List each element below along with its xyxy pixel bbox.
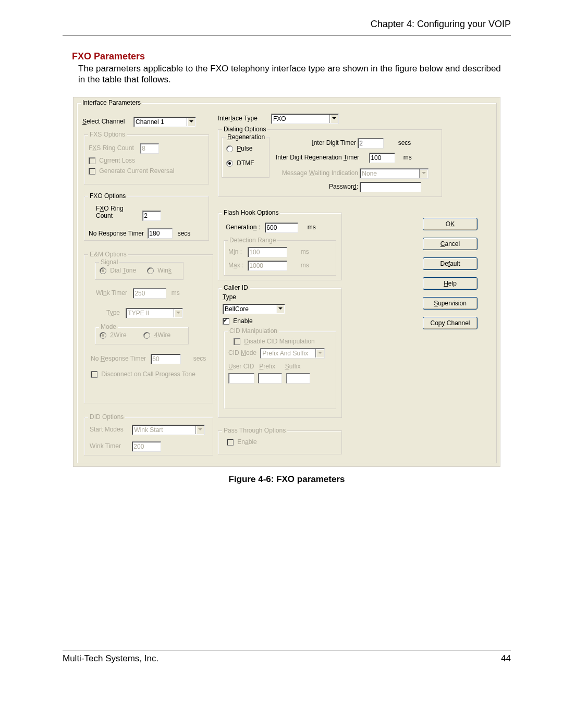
- select-channel-dropdown[interactable]: Channel 1: [133, 117, 196, 127]
- idt-input[interactable]: [358, 138, 384, 149]
- dialing-options-group: Dialing Options Regeneration Pulse DTMF: [218, 129, 442, 197]
- em-wink-timer-input: [133, 288, 166, 299]
- cancel-button[interactable]: Cancel: [423, 238, 478, 250]
- em-nrt-input: [151, 354, 181, 364]
- em-2wire-label: 2Wire: [110, 331, 126, 339]
- flash-min-unit: ms: [301, 248, 309, 255]
- mwi-label: Message Waiting Indication: [276, 169, 358, 177]
- flash-gen-input[interactable]: [265, 223, 298, 233]
- fxs-options-group: FXS Options FXS Ring Count Current Loss …: [84, 134, 209, 184]
- copy-channel-button[interactable]: Copy Channel: [423, 317, 478, 329]
- caller-id-group: Caller ID Type BellCore Enable CID Manip…: [218, 288, 342, 418]
- flash-max-label: Max :: [228, 262, 246, 269]
- em-mode-legend: Mode: [99, 323, 118, 330]
- did-start-modes-label: Start Modes: [90, 426, 130, 433]
- chevron-down-icon: [176, 312, 180, 314]
- flash-gen-unit: ms: [308, 224, 316, 231]
- em-nrt-unit: secs: [193, 355, 206, 362]
- chapter-header: Chapter 4: Configuring your VOIP: [63, 19, 511, 35]
- cid-manip-legend: CID Manipulation: [228, 327, 279, 335]
- did-options-group: DID Options Start Modes Wink Start Wink …: [84, 417, 213, 455]
- fxs-options-legend: FXS Options: [88, 131, 127, 138]
- fxo-nrt-label: No Response Timer: [89, 230, 146, 237]
- em-nrt-label: No Response Timer: [91, 355, 149, 362]
- fxo-nrt-input[interactable]: [148, 228, 173, 239]
- generate-current-reversal-label: Generate Current Reversal: [99, 167, 174, 175]
- chevron-down-icon: [332, 117, 336, 119]
- pass-through-legend: Pass Through Options: [222, 427, 287, 434]
- select-channel-value: Channel 1: [136, 118, 164, 126]
- flash-max-input: [248, 261, 287, 271]
- em-wink-timer-unit: ms: [172, 289, 180, 297]
- chevron-down-icon: [278, 307, 283, 310]
- em-4wire-label: 4Wire: [154, 331, 170, 339]
- regen-dtmf-radio[interactable]: [226, 160, 233, 167]
- flash-min-label: Min :: [228, 248, 246, 255]
- chevron-down-icon: [189, 120, 193, 122]
- em-dialtone-label: Dial Tone: [110, 267, 136, 274]
- em-wink-timer-label: Wink Timer: [96, 289, 131, 297]
- pwd-input[interactable]: [360, 182, 421, 192]
- cid-suffix-input: [286, 373, 310, 384]
- dialing-options-legend: Dialing Options: [222, 126, 267, 133]
- em-2wire-radio: [100, 332, 106, 339]
- cid-user-input: [228, 373, 254, 384]
- default-button[interactable]: Default: [423, 257, 478, 270]
- cid-disable-checkbox: [234, 338, 240, 345]
- did-start-modes-value: Wink Start: [134, 426, 163, 434]
- ok-button[interactable]: OK: [423, 218, 478, 230]
- did-options-legend: DID Options: [88, 413, 125, 421]
- idt-unit: secs: [398, 139, 411, 146]
- em-options-group: E&M Options Signal Dial Tone Wink Wink T…: [84, 254, 213, 403]
- current-loss-checkbox: [89, 157, 95, 164]
- interface-type-label: Interface Type: [218, 115, 258, 122]
- fxo-nrt-unit: secs: [178, 230, 191, 237]
- pass-enable-checkbox: [227, 439, 234, 446]
- help-button[interactable]: Help: [423, 277, 478, 290]
- fxo-ring-count-label: FXO Ring Count: [89, 205, 141, 219]
- em-disconnect-checkbox: [91, 371, 97, 378]
- cid-enable-checkbox[interactable]: [223, 318, 229, 325]
- em-type-label: Type: [106, 309, 124, 316]
- em-type-dropdown: TYPE II: [126, 308, 183, 318]
- mwi-dropdown: None: [360, 168, 429, 179]
- pwd-label: Password:: [276, 183, 358, 190]
- flash-hook-legend: Flash Hook Options: [222, 209, 280, 216]
- fxo-ring-count-input[interactable]: [142, 211, 161, 221]
- regeneration-legend: Regeneration: [226, 133, 266, 141]
- cid-type-label: Type: [223, 293, 236, 301]
- em-4wire-radio: [143, 332, 150, 339]
- fxs-ring-count-label: FXS Ring Count: [89, 144, 139, 152]
- regen-dtmf-label: DTMF: [237, 159, 254, 167]
- fxs-ring-count-input: [140, 143, 159, 154]
- regen-pulse-radio[interactable]: [226, 145, 233, 152]
- chevron-down-icon: [422, 172, 426, 174]
- cid-mode-label: CID Mode: [228, 349, 259, 356]
- flash-max-unit: ms: [301, 262, 309, 269]
- em-wink-radio: [147, 267, 154, 274]
- cid-enable-label: Enable: [233, 317, 252, 325]
- figure-caption: Figure 4-6: FXO parameters: [63, 474, 511, 485]
- mwi-value: None: [362, 170, 377, 177]
- idrt-input[interactable]: [369, 153, 395, 163]
- interface-type-dropdown[interactable]: FXO: [271, 114, 339, 124]
- generate-current-reversal-checkbox: [89, 168, 95, 175]
- footer-page-number: 44: [501, 653, 511, 664]
- flash-min-input: [248, 247, 287, 257]
- em-disconnect-label: Disconnect on Call Progress Tone: [101, 371, 195, 378]
- pass-enable-label: Enable: [237, 438, 256, 446]
- cid-type-dropdown[interactable]: BellCore: [223, 304, 285, 314]
- cid-prefix-label: Prefix: [259, 363, 283, 370]
- caller-id-legend: Caller ID: [222, 284, 250, 291]
- em-options-legend: E&M Options: [88, 251, 128, 258]
- em-type-value: TYPE II: [128, 310, 149, 317]
- idrt-label: Inter Digit Regeneration Timer: [276, 154, 368, 161]
- cid-user-label: User CID: [228, 363, 258, 370]
- em-signal-legend: Signal: [99, 258, 119, 266]
- current-loss-label: Current Loss: [99, 157, 135, 164]
- supervision-button[interactable]: Supervision: [423, 297, 478, 310]
- interface-parameters-legend: Interface Parameters: [81, 99, 142, 106]
- cid-suffix-label: Suffix: [285, 363, 301, 370]
- cancel-label: Cancel: [440, 240, 460, 248]
- did-wink-timer-label: Wink Timer: [90, 442, 130, 450]
